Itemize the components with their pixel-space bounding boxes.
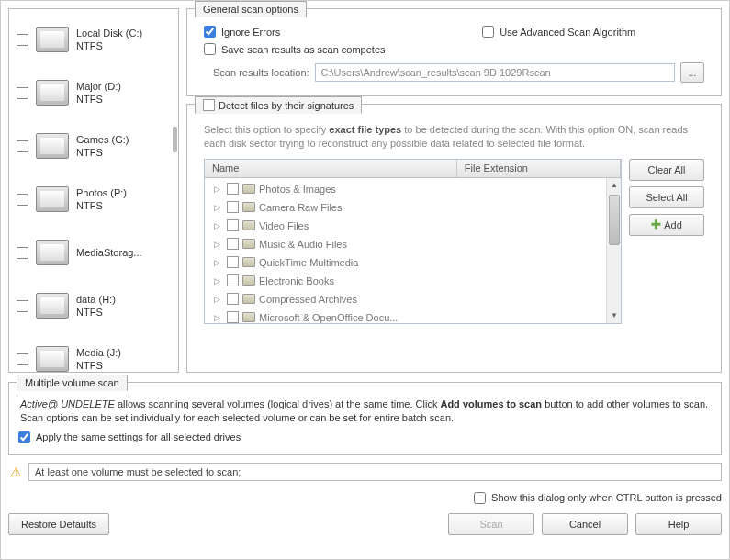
browse-location-button[interactable]: ... [680, 62, 704, 83]
signature-row[interactable]: ▷ Compressed Archives [205, 290, 621, 308]
signature-name: Compressed Archives [259, 294, 357, 305]
use-advanced-label: Use Advanced Scan Algorithm [500, 27, 635, 38]
column-header-extension[interactable]: File Extension [457, 160, 621, 177]
ignore-errors-label: Ignore Errors [221, 27, 280, 38]
signature-row[interactable]: ▷ QuickTime Multimedia [205, 253, 621, 272]
signature-row[interactable]: ▷ Video Files [205, 217, 621, 235]
expand-icon[interactable]: ▷ [214, 258, 223, 267]
signature-checkbox[interactable] [227, 311, 239, 323]
scroll-thumb[interactable] [609, 195, 620, 245]
column-header-name[interactable]: Name [205, 160, 457, 177]
drive-list-panel[interactable]: Local Disk (C:) NTFS Major (D:) NTFS Gam… [8, 8, 179, 373]
drive-item[interactable]: Major (D:) NTFS [13, 66, 174, 119]
scroll-up-icon[interactable]: ▲ [609, 179, 620, 192]
detect-signatures-fieldset: Detect files by their signatures Select … [186, 104, 722, 373]
expand-icon[interactable]: ▷ [214, 313, 223, 322]
expand-icon[interactable]: ▷ [214, 185, 223, 194]
signature-checkbox[interactable] [227, 183, 239, 195]
help-button[interactable]: Help [635, 513, 722, 535]
signature-name: Music & Audio Files [259, 239, 347, 250]
drive-checkbox[interactable] [17, 194, 28, 206]
signature-name: Photos & Images [259, 184, 336, 195]
drive-item[interactable]: MediaStorag... [13, 226, 174, 279]
multiple-volume-description: Active@ UNDELETE allows scanning several… [20, 398, 710, 426]
signature-name: QuickTime Multimedia [259, 257, 358, 268]
signature-row[interactable]: ▷ Camera Raw Files [205, 198, 621, 217]
signature-row[interactable]: ▷ Music & Audio Files [205, 235, 621, 253]
ignore-errors-checkbox[interactable]: Ignore Errors [204, 26, 280, 38]
folder-icon [242, 275, 255, 286]
signature-name: Camera Raw Files [259, 202, 342, 213]
drive-checkbox[interactable] [17, 353, 28, 365]
expand-icon[interactable]: ▷ [214, 203, 223, 212]
drive-checkbox[interactable] [17, 247, 28, 259]
add-button[interactable]: ✚Add [629, 214, 704, 236]
expand-icon[interactable]: ▷ [214, 295, 223, 304]
signature-checkbox[interactable] [227, 256, 239, 268]
folder-icon [242, 257, 255, 267]
expand-icon[interactable]: ▷ [214, 276, 223, 286]
disk-icon [36, 133, 69, 159]
signature-row[interactable]: ▷ Microsoft & OpenOffice Docu... [205, 308, 621, 324]
drive-name: Major (D:) [76, 80, 121, 93]
drive-checkbox[interactable] [17, 300, 28, 312]
warning-message [28, 463, 722, 481]
apply-same-settings-label: Apply the same settings for all selected… [36, 431, 241, 442]
disk-icon [36, 240, 69, 265]
folder-icon [242, 294, 255, 304]
signature-scrollbar[interactable]: ▲ ▼ [606, 178, 621, 323]
folder-icon [242, 220, 255, 230]
drive-checkbox[interactable] [17, 34, 28, 46]
cancel-button[interactable]: Cancel [542, 513, 628, 535]
signature-name: Electronic Books [259, 275, 334, 286]
save-results-checkbox[interactable]: Save scan results as scan competes [204, 43, 386, 55]
warning-icon: ⚠ [8, 465, 23, 479]
signature-row[interactable]: ▷ Electronic Books [205, 272, 621, 290]
drive-fs: NTFS [76, 199, 127, 212]
signature-name: Video Files [259, 220, 309, 231]
signature-row[interactable]: ▷ Photos & Images [205, 180, 621, 198]
drive-item[interactable]: data (H:) NTFS [13, 279, 174, 332]
signature-checkbox[interactable] [227, 201, 239, 213]
restore-defaults-button[interactable]: Restore Defaults [8, 513, 109, 535]
scan-button[interactable]: Scan [448, 513, 534, 535]
detect-signatures-checkbox[interactable] [203, 99, 215, 111]
detect-signatures-legend: Detect files by their signatures [219, 100, 354, 111]
drive-checkbox[interactable] [17, 140, 28, 152]
folder-icon [242, 184, 255, 194]
disk-icon [36, 346, 69, 372]
expand-icon[interactable]: ▷ [214, 240, 223, 249]
drive-item[interactable]: Games (G:) NTFS [13, 119, 174, 173]
general-options-legend: General scan options [195, 1, 307, 17]
drive-item[interactable]: Local Disk (C:) NTFS [13, 13, 174, 66]
drive-fs: NTFS [76, 146, 129, 159]
select-all-button[interactable]: Select All [629, 186, 704, 208]
show-dialog-ctrl-checkbox[interactable]: Show this dialog only when CTRL button i… [474, 492, 722, 504]
disk-icon [36, 186, 69, 212]
scroll-down-icon[interactable]: ▼ [609, 309, 620, 322]
drive-name: Photos (P:) [76, 186, 127, 199]
drive-checkbox[interactable] [17, 87, 28, 99]
plus-icon: ✚ [651, 218, 661, 231]
drive-item[interactable]: Media (J:) NTFS [13, 332, 174, 373]
apply-same-settings-checkbox[interactable]: Apply the same settings for all selected… [18, 431, 712, 443]
expand-icon[interactable]: ▷ [214, 221, 223, 230]
signature-checkbox[interactable] [227, 238, 239, 250]
drive-item[interactable]: Photos (P:) NTFS [13, 173, 174, 226]
location-label: Scan results location: [213, 67, 309, 78]
drive-scrollbar-thumb[interactable] [173, 127, 177, 152]
use-advanced-checkbox[interactable]: Use Advanced Scan Algorithm [482, 26, 635, 38]
clear-all-button[interactable]: Clear All [629, 159, 704, 181]
scan-results-location-input[interactable] [315, 63, 675, 82]
drive-fs: NTFS [76, 39, 142, 52]
signature-checkbox[interactable] [227, 219, 239, 231]
drive-fs: NTFS [76, 93, 121, 106]
signature-checkbox[interactable] [227, 293, 239, 305]
folder-icon [242, 312, 255, 322]
drive-name: Media (J:) [76, 346, 121, 359]
signature-name: Microsoft & OpenOffice Docu... [259, 312, 398, 323]
signature-checkbox[interactable] [227, 274, 239, 286]
disk-icon [36, 293, 69, 319]
signature-table[interactable]: Name File Extension ▷ Photos & Images ▷ … [204, 159, 622, 324]
drive-name: data (H:) [76, 293, 116, 306]
